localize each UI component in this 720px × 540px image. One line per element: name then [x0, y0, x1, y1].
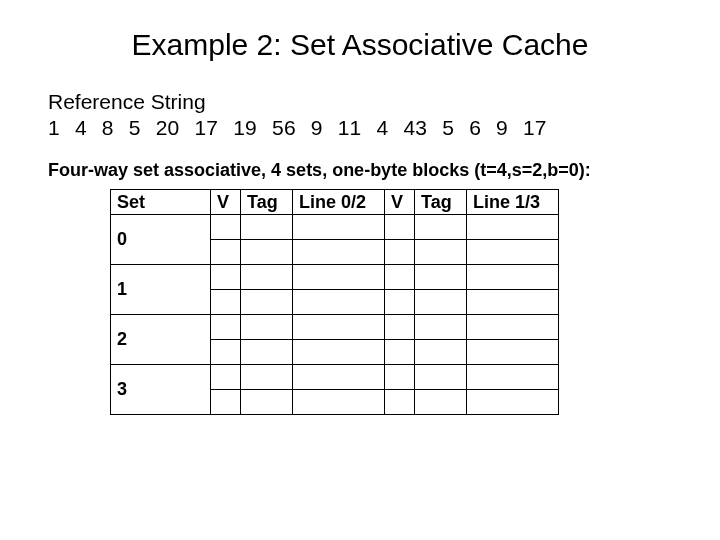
set-cell: 1	[111, 265, 211, 315]
table-row: 0	[111, 215, 559, 240]
cache-description: Four-way set associative, 4 sets, one-by…	[48, 160, 672, 181]
subcell	[293, 240, 385, 265]
cell-tag1	[241, 315, 293, 340]
subcell	[211, 290, 241, 315]
subcell	[385, 390, 415, 415]
table-row: 3	[111, 365, 559, 390]
cell-line13	[467, 365, 559, 390]
page-title: Example 2: Set Associative Cache	[48, 28, 672, 62]
cell-v2	[385, 265, 415, 290]
subcell	[211, 240, 241, 265]
subcell	[467, 240, 559, 265]
subcell	[385, 290, 415, 315]
header-line13: Line 1/3	[467, 190, 559, 215]
subcell	[467, 290, 559, 315]
cell-line02	[293, 315, 385, 340]
cell-tag2	[415, 265, 467, 290]
cell-tag2	[415, 365, 467, 390]
subcell	[241, 240, 293, 265]
subcell	[415, 290, 467, 315]
cell-tag2	[415, 315, 467, 340]
subcell	[293, 290, 385, 315]
subcell	[241, 340, 293, 365]
header-tag-b: Tag	[415, 190, 467, 215]
cell-tag1	[241, 215, 293, 240]
subcell	[385, 340, 415, 365]
cell-line02	[293, 265, 385, 290]
cell-tag1	[241, 365, 293, 390]
cell-v2	[385, 365, 415, 390]
cell-v2	[385, 215, 415, 240]
cell-line13	[467, 265, 559, 290]
subcell	[211, 340, 241, 365]
set-cell: 3	[111, 365, 211, 415]
subcell	[415, 340, 467, 365]
subcell	[211, 390, 241, 415]
cell-v1	[211, 315, 241, 340]
set-cell: 2	[111, 315, 211, 365]
cell-v1	[211, 215, 241, 240]
cell-v2	[385, 315, 415, 340]
header-v-a: V	[211, 190, 241, 215]
cache-table: Set V Tag Line 0/2 V Tag Line 1/3 0123	[110, 189, 559, 415]
cell-tag1	[241, 265, 293, 290]
header-set: Set	[111, 190, 211, 215]
cell-line02	[293, 365, 385, 390]
header-line02: Line 0/2	[293, 190, 385, 215]
cell-line13	[467, 315, 559, 340]
subcell	[293, 390, 385, 415]
subcell	[467, 390, 559, 415]
reference-string: 1 4 8 5 20 17 19 56 9 11 4 43 5 6 9 17	[48, 116, 672, 140]
table-body: 0123	[111, 215, 559, 415]
cell-v1	[211, 365, 241, 390]
set-cell: 0	[111, 215, 211, 265]
header-tag-a: Tag	[241, 190, 293, 215]
reference-string-label: Reference String	[48, 90, 672, 114]
cell-tag2	[415, 215, 467, 240]
slide: Example 2: Set Associative Cache Referen…	[0, 0, 720, 540]
subcell	[467, 340, 559, 365]
subcell	[415, 390, 467, 415]
header-v-b: V	[385, 190, 415, 215]
table-row: 1	[111, 265, 559, 290]
subcell	[241, 290, 293, 315]
cell-line02	[293, 215, 385, 240]
table-header-row: Set V Tag Line 0/2 V Tag Line 1/3	[111, 190, 559, 215]
subcell	[415, 240, 467, 265]
table-row: 2	[111, 315, 559, 340]
subcell	[293, 340, 385, 365]
cell-line13	[467, 215, 559, 240]
subcell	[241, 390, 293, 415]
cell-v1	[211, 265, 241, 290]
subcell	[385, 240, 415, 265]
